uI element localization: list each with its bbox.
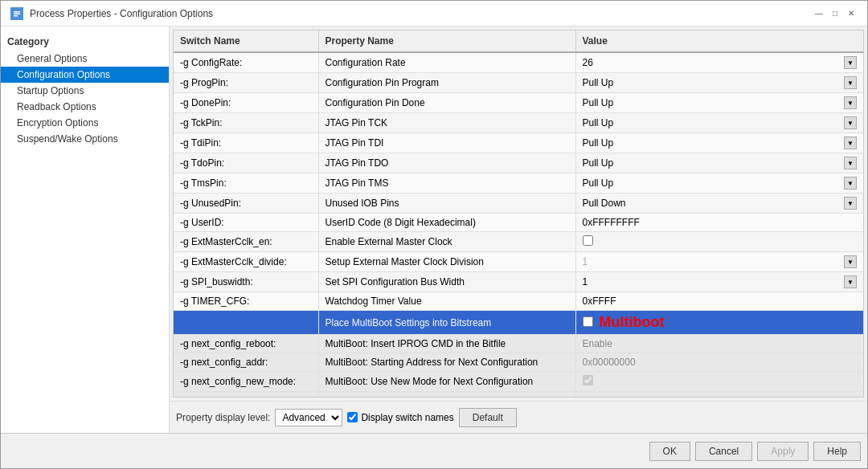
value-cell[interactable]: Pull Up▼ [575,113,863,133]
property-cell: Configuration Rate [318,52,575,73]
dropdown-arrow-icon[interactable]: ▼ [844,255,857,268]
dropdown-arrow-icon[interactable]: ▼ [844,197,857,210]
property-cell: Unused IOB Pins [318,194,575,214]
property-display-label: Property display level: [176,412,270,423]
property-cell: JTAG Pin TMS [318,173,575,194]
switch-cell: -g next_config_boot_mode: [174,392,318,398]
title-bar-left: Process Properties - Configuration Optio… [10,7,213,20]
property-cell: JTAG Pin TCK [318,113,575,133]
dropdown-arrow-icon[interactable]: ▼ [844,76,857,89]
switch-cell: -g TdoPin: [174,153,318,173]
value-cell[interactable]: Multiboot [575,311,863,335]
sidebar: Category General Options Configuration O… [1,27,170,433]
property-cell: Enable External Master Clock [318,232,575,252]
content-area: Category General Options Configuration O… [1,27,867,433]
value-checkbox-grayed [583,375,593,385]
help-button[interactable]: Help [813,442,861,461]
property-display-select[interactable]: Advanced Basic [275,409,342,426]
table-row: -g UnusedPin:Unused IOB PinsPull Down▼ [174,194,863,214]
switch-cell: -g TdiPin: [174,133,318,153]
dropdown-arrow-icon[interactable]: ▼ [844,96,857,109]
value-cell[interactable] [575,232,863,252]
dropdown-arrow-icon[interactable]: ▼ [844,56,857,69]
switch-cell: -g ExtMasterCclk_en: [174,232,318,252]
sidebar-item-encryption[interactable]: Encryption Options [1,115,169,131]
app-icon [10,7,23,20]
dropdown-arrow-icon[interactable]: ▼ [844,137,857,149]
value-cell[interactable]: Pull Up▼ [575,153,863,173]
property-cell: MultiBoot: Next Configuration Mode [318,392,575,398]
property-cell: MultiBoot: Insert IPROG CMD in the Bitfi… [318,335,575,353]
value-checkbox[interactable] [583,235,593,246]
maximize-button[interactable]: □ [829,7,841,20]
value-cell[interactable]: Pull Up▼ [575,173,863,194]
action-bar: OK Cancel Apply Help [1,433,867,468]
display-switch-checkbox[interactable] [347,412,358,422]
multiboot-label: Multiboot [600,314,665,330]
footer-left: Property display level: Advanced Basic D… [176,408,517,427]
table-row: -g SPI_buswidth:Set SPI Configuration Bu… [174,272,863,292]
table-row: -g DonePin:Configuration Pin DonePull Up… [174,93,863,113]
property-cell: Set SPI Configuration Bus Width [318,272,575,292]
value-cell[interactable]: 0xFFFF [575,292,863,311]
close-button[interactable]: ✕ [845,7,858,20]
table-row: -g TdoPin:JTAG Pin TDOPull Up▼ [174,153,863,173]
col-header-switch: Switch Name [174,31,318,52]
table-row: -g ConfigRate:Configuration Rate26▼ [174,52,863,73]
window-title: Process Properties - Configuration Optio… [30,8,213,19]
display-switch-label: Display switch names [361,412,453,423]
table-row: -g TdiPin:JTAG Pin TDIPull Up▼ [174,133,863,153]
main-panel: Switch Name Property Name Value -g Confi… [170,27,867,433]
col-header-property: Property Name [318,31,575,52]
value-cell: Enable [575,335,863,353]
table-container[interactable]: Switch Name Property Name Value -g Confi… [173,30,864,398]
value-cell[interactable]: Pull Up▼ [575,133,863,153]
table-row: -g UserID:UserID Code (8 Digit Hexadecim… [174,214,863,232]
switch-cell: -g next_config_addr: [174,353,318,372]
title-bar: Process Properties - Configuration Optio… [1,1,867,27]
table-row: -g ExtMasterCclk_en:Enable External Mast… [174,232,863,252]
dropdown-arrow-icon[interactable]: ▼ [844,157,857,169]
footer-bar: Property display level: Advanced Basic D… [170,401,867,433]
value-cell[interactable]: Pull Down▼ [575,194,863,214]
switch-cell: -g ExtMasterCclk_divide: [174,252,318,272]
col-header-value: Value [575,31,863,52]
value-cell[interactable]: 1▼ [575,272,863,292]
value-cell[interactable]: Pull Up▼ [575,73,863,93]
dropdown-arrow-icon[interactable]: ▼ [844,275,857,288]
property-cell: MultiBoot: Use New Mode for Next Configu… [318,372,575,392]
table-row: -g TckPin:JTAG Pin TCKPull Up▼ [174,113,863,133]
property-cell: UserID Code (8 Digit Hexadecimal) [318,214,575,232]
cancel-button[interactable]: Cancel [695,442,752,461]
sidebar-item-general[interactable]: General Options [1,51,169,67]
value-cell: 001 [575,392,863,398]
dropdown-arrow-icon[interactable]: ▼ [844,177,857,190]
apply-button[interactable]: Apply [757,442,809,461]
svg-rect-3 [14,15,18,17]
sidebar-item-configuration[interactable]: Configuration Options [1,67,169,83]
table-row: Place MultiBoot Settings into BitstreamM… [174,311,863,335]
table-row: -g TmsPin:JTAG Pin TMSPull Up▼ [174,173,863,194]
grayed-value-text: 001 [583,395,599,398]
minimize-button[interactable]: — [813,7,825,20]
value-cell[interactable]: Pull Up▼ [575,93,863,113]
default-button[interactable]: Default [459,408,517,427]
value-cell[interactable]: 0xFFFFFFFF [575,214,863,232]
table-row: -g ExtMasterCclk_divide:Setup External M… [174,252,863,272]
multiboot-checkbox[interactable] [583,316,593,327]
sidebar-item-readback[interactable]: Readback Options [1,99,169,115]
switch-cell: -g SPI_buswidth: [174,272,318,292]
value-cell [575,372,863,392]
svg-rect-1 [14,11,20,13]
sidebar-item-suspend[interactable]: Suspend/Wake Options [1,131,169,147]
switch-cell: -g ProgPin: [174,73,318,93]
sidebar-item-startup[interactable]: Startup Options [1,83,169,99]
grayed-value-text: Enable [583,338,612,349]
dropdown-arrow-icon[interactable]: ▼ [844,116,857,129]
property-cell: MultiBoot: Starting Address for Next Con… [318,353,575,372]
switch-cell: -g next_config_reboot: [174,335,318,353]
value-cell[interactable]: 1▼ [575,252,863,272]
grayed-value-text: 0x00000000 [583,357,636,368]
ok-button[interactable]: OK [649,442,690,461]
value-cell[interactable]: 26▼ [575,52,863,73]
